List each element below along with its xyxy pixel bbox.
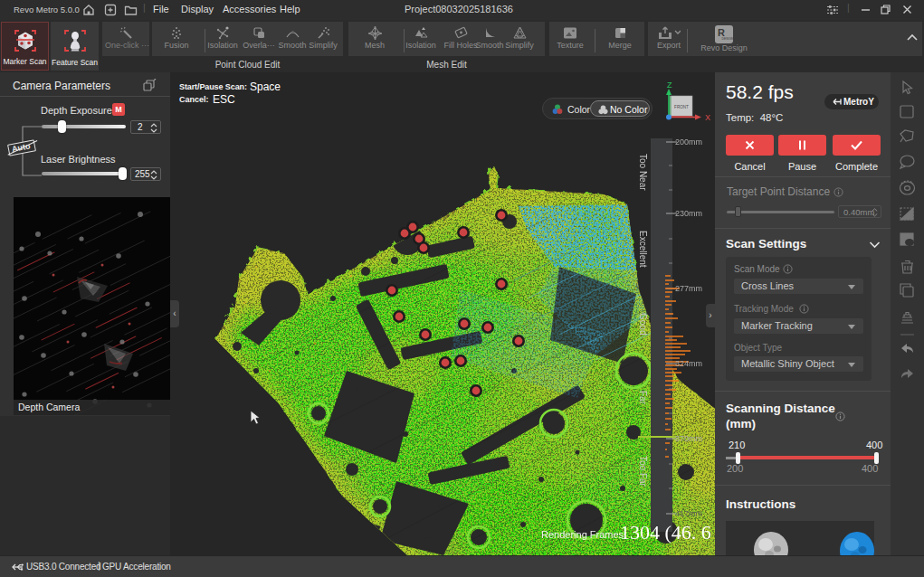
svg-text:X: X [705, 113, 710, 122]
svg-text:Z: Z [667, 80, 672, 90]
svg-text:DESIGN: DESIGN [722, 37, 735, 41]
svg-text:FRONT: FRONT [674, 105, 689, 109]
